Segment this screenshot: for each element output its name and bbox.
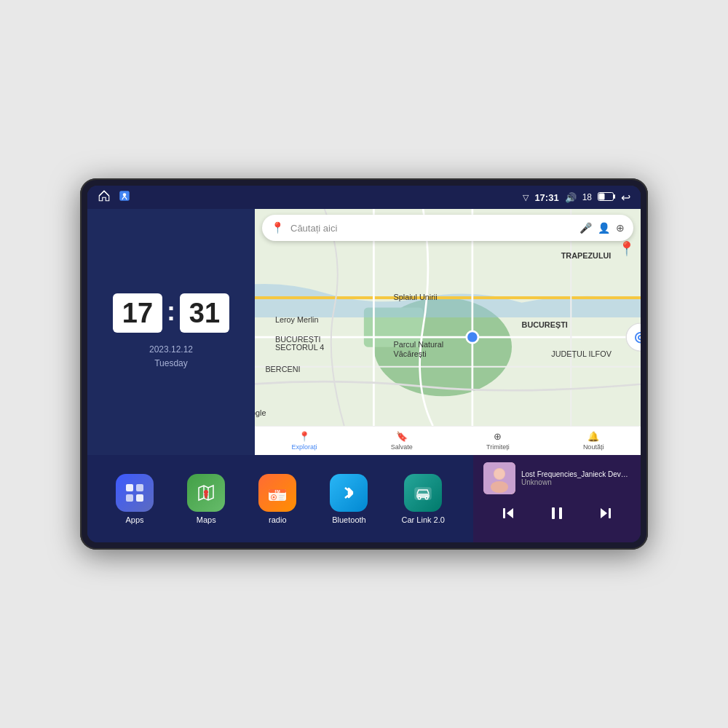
svg-rect-58 [552,507,555,519]
prev-button[interactable] [495,500,521,526]
svg-rect-3 [614,194,615,199]
svg-point-14 [467,331,478,343]
signal-icon: ▽ [523,193,529,202]
svg-text:JUDEȚUL ILFOV: JUDEȚUL ILFOV [551,349,612,358]
bottom-section: Apps Maps [87,455,641,542]
svg-point-1 [123,193,127,197]
music-text: Lost Frequencies_Janieck Devy-... Unknow… [521,470,630,486]
svg-rect-45 [279,499,284,501]
clock-hour: 17 [113,293,162,333]
svg-marker-56 [507,508,513,518]
app-maps[interactable]: Maps [187,474,225,524]
top-section: 17 : 31 2023.12.12 Tuesday 📍 Căutați aic… [87,209,641,455]
svg-rect-31 [126,484,133,491]
bluetooth-icon [330,474,368,512]
clock-minute: 31 [180,293,229,333]
svg-text:SECTORUL 4: SECTORUL 4 [275,343,324,352]
layers-icon[interactable]: ⊕ [616,222,625,234]
radio-label: radio [269,515,286,524]
saved-label: Salvate [391,443,413,451]
map-search-placeholder: Căutați aici [290,223,574,234]
car-head-unit: ▽ 17:31 🔊 18 ↩ [80,178,648,550]
apps-label: Apps [126,515,144,524]
svg-point-51 [426,497,427,499]
map-search-actions: 🎤 👤 ⊕ [579,222,625,234]
apps-icon [116,474,154,512]
carlink-icon [404,474,442,512]
svg-text:Parcul Natural: Parcul Natural [394,340,444,349]
app-carlink[interactable]: Car Link 2.0 [402,474,445,524]
music-controls [483,500,630,526]
volume-icon: 🔊 [565,192,577,203]
svg-marker-60 [601,508,607,518]
svg-rect-44 [279,497,283,499]
svg-text:FM: FM [275,489,280,494]
time-display: 17:31 [534,192,558,203]
carlink-label: Car Link 2.0 [402,515,445,524]
svg-text:BERCENI: BERCENI [265,365,300,373]
send-label: Trimiteți [486,443,510,451]
svg-text:Google: Google [255,408,266,417]
map-nav-saved[interactable]: 🔖 Salvate [391,431,413,451]
svg-rect-32 [136,484,143,491]
app-bluetooth[interactable]: Bluetooth [330,474,368,524]
maps-shortcut-icon[interactable] [118,189,131,205]
main-area: 17 : 31 2023.12.12 Tuesday 📍 Căutați aic… [87,209,641,542]
svg-rect-59 [559,507,562,519]
play-pause-button[interactable] [544,500,570,526]
clock-date: 2023.12.12 Tuesday [149,343,193,371]
svg-text:Văcărești: Văcărești [394,349,427,358]
svg-point-55 [494,469,505,479]
map-nav-send[interactable]: ⊕ Trimiteți [486,431,510,451]
clock-display: 17 : 31 [113,293,229,333]
status-right: ▽ 17:31 🔊 18 ↩ [523,191,630,205]
map-search-bar[interactable]: 📍 Căutați aici 🎤 👤 ⊕ [262,215,633,241]
home-icon[interactable] [98,189,111,205]
apps-area: Apps Maps [87,455,473,542]
music-player: Lost Frequencies_Janieck Devy-... Unknow… [473,455,641,542]
map-nav-news[interactable]: 🔔 Noutăți [583,431,604,451]
svg-rect-34 [136,494,143,502]
status-bar: ▽ 17:31 🔊 18 ↩ [87,186,641,209]
svg-point-50 [419,497,420,499]
back-icon[interactable]: ↩ [621,191,630,205]
svg-text:BUCUREȘTI: BUCUREȘTI [522,320,568,329]
svg-point-54 [491,481,508,493]
map-background: ◎ ◉ TRAPEZULUI BUCUREȘTI JUDEȚUL ILFOV B… [255,209,641,426]
explore-icon: 📍 [298,431,310,442]
music-thumbnail [483,462,515,494]
music-info: Lost Frequencies_Janieck Devy-... Unknow… [483,462,630,494]
svg-text:📍: 📍 [618,240,636,257]
music-artist: Unknown [521,478,630,486]
account-icon[interactable]: 👤 [598,222,610,234]
battery-level: 18 [582,192,592,202]
svg-text:TRAPEZULUI: TRAPEZULUI [561,251,612,260]
svg-rect-61 [609,508,611,518]
svg-text:Splaiul Unirii: Splaiul Unirii [394,293,438,301]
svg-text:◎: ◎ [634,329,641,344]
app-apps[interactable]: Apps [116,474,154,524]
map-bottom-bar: 📍 Explorați 🔖 Salvate ⊕ Trimiteți 🔔 [255,426,641,455]
map-nav-explore[interactable]: 📍 Explorați [292,431,317,451]
clock-widget: 17 : 31 2023.12.12 Tuesday [87,209,255,455]
maps-icon [187,474,225,512]
svg-rect-43 [279,495,285,496]
news-label: Noutăți [583,443,604,451]
screen: ▽ 17:31 🔊 18 ↩ [87,186,641,542]
svg-rect-57 [503,508,505,518]
svg-point-37 [204,490,208,494]
map-widget[interactable]: 📍 Căutați aici 🎤 👤 ⊕ [255,209,641,455]
explore-label: Explorați [292,443,317,451]
radio-icon: FM [258,474,296,512]
next-button[interactable] [593,500,619,526]
battery-icon [598,192,615,203]
mic-icon[interactable]: 🎤 [579,222,592,234]
bluetooth-label: Bluetooth [332,515,365,524]
saved-icon: 🔖 [396,431,408,442]
svg-point-42 [273,496,275,498]
clock-colon: : [167,296,175,327]
app-radio[interactable]: FM radio [258,474,296,524]
music-title: Lost Frequencies_Janieck Devy-... [521,470,630,478]
svg-rect-4 [599,193,605,199]
svg-rect-33 [126,494,133,502]
